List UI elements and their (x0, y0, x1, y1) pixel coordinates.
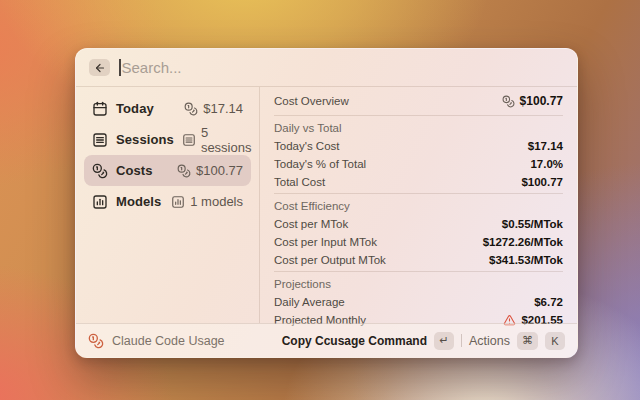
text-caret (119, 59, 121, 76)
sidebar-list: Today $17.14 Sessions 5 sessions Costs (76, 87, 260, 323)
sidebar-item-models[interactable]: Models 1 models (84, 186, 251, 217)
coins-icon (184, 102, 198, 116)
k-key-badge: K (545, 332, 565, 350)
bar-chart-icon (171, 195, 185, 209)
section-title: Daily vs Total (274, 119, 563, 137)
metadata-row: Cost per MTok $0.55/MTok (274, 215, 563, 233)
section-title: Projections (274, 275, 563, 293)
sidebar-item-sessions[interactable]: Sessions 5 sessions (84, 124, 251, 155)
section-title: Cost Efficiency (274, 197, 563, 215)
bar-chart-icon (92, 194, 108, 210)
cmd-key-badge: ⌘ (517, 332, 538, 350)
back-button[interactable] (89, 59, 110, 76)
coins-icon (92, 163, 108, 179)
detail-panel: Cost Overview $100.77 Daily vs Total Tod… (260, 87, 577, 323)
coins-icon (88, 333, 104, 349)
launcher-window: Today $17.14 Sessions 5 sessions Costs (75, 48, 578, 358)
sidebar-item-label: Costs (116, 163, 153, 178)
sidebar-item-label: Today (116, 101, 154, 116)
metadata-row: Today's % of Total 17.0% (274, 155, 563, 173)
divider (274, 115, 563, 116)
list-icon (182, 133, 196, 147)
search-input[interactable] (122, 59, 565, 76)
arrow-left-icon (94, 62, 106, 74)
list-icon (92, 132, 108, 148)
search-bar (76, 49, 577, 87)
detail-header: Cost Overview $100.77 (274, 89, 563, 113)
action-bar: Claude Code Usage Copy Ccusage Command ↵… (76, 323, 577, 357)
primary-action-button[interactable]: Copy Ccusage Command (282, 334, 427, 348)
detail-header-label: Cost Overview (274, 95, 349, 107)
metadata-row: Cost per Input MTok $1272.26/MTok (274, 233, 563, 251)
divider (274, 193, 563, 194)
sidebar-item-value: 5 sessions (201, 125, 252, 155)
detail-header-value: $100.77 (520, 94, 563, 108)
metadata-row: Total Cost $100.77 (274, 173, 563, 191)
sidebar-item-value: 1 models (190, 194, 243, 209)
metadata-row: Today's Cost $17.14 (274, 137, 563, 155)
app-name: Claude Code Usage (112, 334, 225, 348)
divider (461, 334, 462, 347)
sidebar-item-value: $100.77 (196, 163, 243, 178)
metadata-row: Daily Average $6.72 (274, 293, 563, 311)
coins-icon (177, 164, 191, 178)
sidebar-item-label: Sessions (116, 132, 174, 147)
sidebar-item-value: $17.14 (203, 101, 243, 116)
calendar-icon (92, 101, 108, 117)
metadata-row: Cost per Output MTok $341.53/MTok (274, 251, 563, 269)
sidebar-item-costs[interactable]: Costs $100.77 (84, 155, 251, 186)
enter-key-badge: ↵ (434, 332, 454, 350)
divider (274, 271, 563, 272)
search-field-wrap (119, 59, 564, 76)
sidebar-item-today[interactable]: Today $17.14 (84, 93, 251, 124)
sidebar-item-label: Models (116, 194, 161, 209)
coins-icon (502, 95, 515, 108)
actions-button[interactable]: Actions (469, 334, 510, 348)
